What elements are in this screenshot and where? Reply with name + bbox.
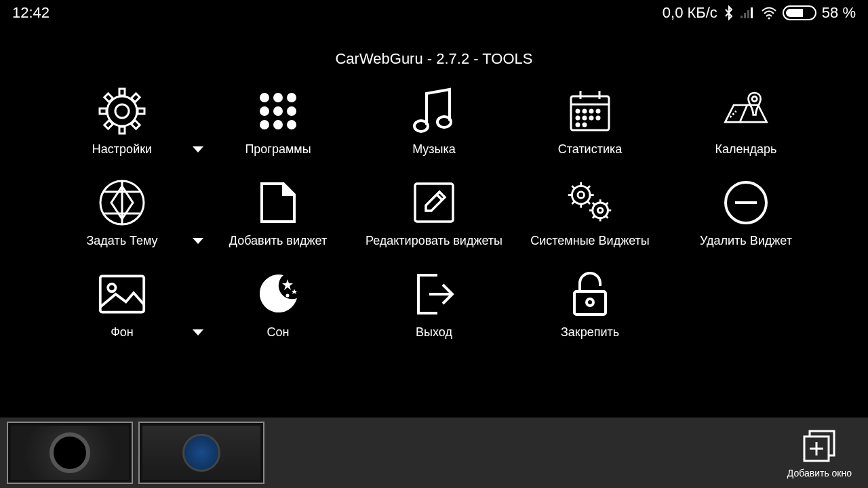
svg-point-4 (768, 18, 770, 20)
item-set-theme[interactable]: Задать Тему (47, 178, 197, 248)
svg-marker-68 (282, 279, 293, 290)
item-label: Настройки (92, 142, 152, 157)
svg-line-51 (587, 201, 590, 204)
item-label: Удалить Виджет (700, 234, 792, 248)
add-document-icon (254, 178, 302, 227)
svg-point-19 (273, 106, 283, 116)
item-music[interactable]: Музыка (359, 87, 509, 157)
item-background[interactable]: Фон (47, 270, 197, 340)
image-icon (98, 270, 146, 319)
item-add-widget[interactable]: Добавить виджет (203, 178, 353, 248)
svg-rect-2 (747, 10, 749, 18)
svg-point-33 (597, 110, 599, 113)
item-remove-widget[interactable]: Удалить Виджет (671, 178, 821, 248)
item-system-widgets[interactable]: Системные Виджеты (515, 178, 665, 248)
chevron-down-icon (193, 146, 203, 152)
item-edit-widgets[interactable]: Редактировать виджеты (359, 178, 509, 248)
svg-rect-0 (741, 16, 743, 18)
item-label: Календарь (715, 142, 777, 157)
data-rate: 0,0 КБ/с (663, 4, 717, 22)
page-title: CarWebGuru - 2.7.2 - TOOLS (0, 50, 868, 68)
svg-point-38 (576, 123, 579, 126)
svg-point-14 (107, 96, 137, 126)
lock-open-icon (566, 270, 614, 319)
svg-point-21 (260, 120, 269, 129)
item-statistics[interactable]: Статистика (515, 87, 665, 157)
svg-point-5 (115, 104, 129, 118)
apps-grid-icon (254, 87, 302, 136)
add-window-icon (800, 427, 838, 465)
svg-point-30 (576, 110, 579, 113)
status-right: 0,0 КБ/с 58 % (663, 4, 856, 22)
tools-grid: Настройки Программы Музыка (0, 87, 868, 340)
svg-rect-8 (100, 108, 106, 114)
svg-point-37 (597, 117, 599, 119)
svg-line-62 (593, 216, 595, 218)
svg-point-25 (437, 117, 451, 127)
item-label: Сон (267, 325, 290, 340)
svg-point-20 (287, 106, 296, 116)
svg-point-40 (752, 96, 757, 101)
svg-point-72 (587, 299, 593, 306)
item-label: Выход (416, 325, 452, 340)
gear-icon (98, 87, 146, 136)
svg-rect-66 (100, 276, 144, 312)
item-label: Добавить виджет (229, 234, 327, 248)
svg-point-39 (583, 123, 586, 126)
svg-point-22 (273, 120, 283, 129)
gears-icon (566, 178, 614, 227)
add-window-label: Добавить окно (787, 468, 852, 479)
svg-point-55 (597, 208, 603, 214)
svg-point-35 (583, 117, 586, 119)
svg-line-61 (606, 216, 608, 218)
svg-line-53 (587, 186, 590, 188)
svg-rect-6 (119, 89, 125, 96)
map-pin-icon (722, 87, 770, 136)
theme-thumbnail-1[interactable] (7, 422, 133, 484)
item-label: Статистика (558, 142, 623, 157)
svg-point-24 (414, 121, 428, 131)
svg-point-54 (593, 203, 608, 218)
item-programs[interactable]: Программы (203, 87, 353, 157)
svg-rect-71 (574, 291, 606, 314)
svg-line-60 (593, 203, 595, 205)
svg-rect-3 (751, 7, 753, 18)
item-sleep[interactable]: Сон (203, 270, 353, 340)
add-window-button[interactable]: Добавить окно (787, 427, 852, 479)
theme-thumbnail-2[interactable] (138, 422, 264, 484)
svg-line-63 (606, 203, 608, 205)
item-exit[interactable]: Выход (359, 270, 509, 340)
item-label: Фон (111, 325, 134, 340)
svg-rect-9 (138, 108, 144, 114)
svg-point-16 (273, 93, 283, 102)
svg-rect-1 (744, 13, 746, 18)
svg-point-45 (578, 192, 584, 198)
cellular-icon (741, 6, 755, 20)
item-label: Задать Тему (86, 234, 157, 248)
item-settings[interactable]: Настройки (47, 87, 197, 157)
minus-circle-icon (722, 178, 770, 227)
status-bar: 12:42 0,0 КБ/с 58 % (0, 0, 868, 26)
svg-point-34 (576, 117, 579, 119)
edit-icon (410, 178, 458, 227)
item-calendar[interactable]: Календарь (671, 87, 821, 157)
item-label: Системные Виджеты (530, 234, 650, 248)
svg-point-70 (286, 294, 290, 298)
svg-point-44 (572, 186, 590, 204)
item-label: Закрепить (561, 325, 619, 340)
svg-marker-69 (292, 289, 297, 294)
item-pin[interactable]: Закрепить (515, 270, 665, 340)
bluetooth-icon (723, 5, 735, 21)
battery-icon (783, 5, 816, 20)
item-label: Музыка (412, 142, 456, 157)
svg-point-15 (260, 93, 269, 102)
svg-point-17 (287, 93, 296, 102)
chevron-down-icon (193, 238, 203, 244)
calendar-stats-icon (566, 87, 614, 136)
theme-icon (98, 178, 146, 227)
exit-icon (410, 270, 458, 319)
svg-point-18 (260, 106, 269, 116)
svg-line-52 (572, 201, 574, 204)
svg-rect-7 (119, 127, 125, 134)
chevron-down-icon (193, 329, 203, 336)
